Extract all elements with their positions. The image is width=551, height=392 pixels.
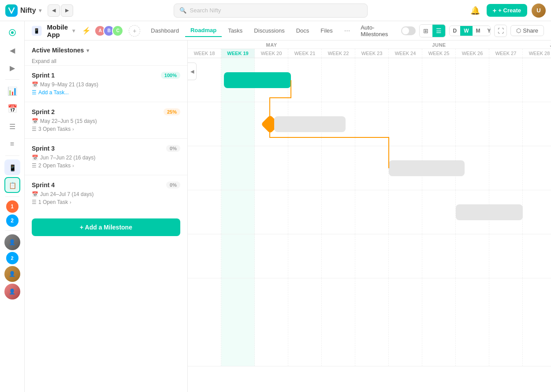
milestone-item-sprint2: Sprint 2 25% 📅 May 22–Jun 5 (15 days) ☰ …	[25, 102, 187, 138]
cell-r3-w21	[288, 146, 322, 190]
member-avatars: A B C	[94, 25, 123, 37]
forward-nav-icon[interactable]: ▶	[4, 60, 20, 76]
nifty-chevron[interactable]: ▾	[39, 7, 41, 14]
milestone-badge-sprint4: 0%	[166, 181, 180, 189]
main-layout: ◀ ▶ 📊 📅 ☰ ≡ 📱 📋 1 2 👤 2 👤 👤	[0, 21, 551, 392]
cell-r2-w23	[355, 102, 389, 146]
top-nav: Nifty ▾ ◀ ▶ 🔍 Search Nifty 🔔 + + Create …	[0, 0, 551, 21]
view-list-button[interactable]: ☰	[432, 25, 445, 37]
lightning-button[interactable]: ⚡	[82, 26, 91, 35]
cell-r4-w21	[288, 190, 322, 234]
nav-back-button[interactable]: ◀	[48, 4, 60, 17]
search-bar[interactable]: 🔍 Search Nifty	[174, 4, 368, 18]
project-thumb-active[interactable]: 📋	[4, 177, 20, 193]
user-avatar-sidebar-1[interactable]: 👤	[4, 234, 20, 250]
project-actions: ⚡ A B C +	[82, 25, 140, 37]
milestone-row-sprint4: Sprint 4 0%	[32, 181, 180, 189]
project-thumb-1[interactable]: 📱	[4, 159, 20, 175]
time-month-button[interactable]: M	[473, 26, 484, 36]
list-icon-btn-2[interactable]: ≡	[4, 136, 20, 152]
svg-point-1	[11, 31, 14, 34]
tab-more[interactable]: ···	[339, 24, 355, 37]
auto-milestones-toggle[interactable]	[401, 26, 415, 35]
back-nav-icon[interactable]: ◀	[4, 42, 20, 58]
badge-1[interactable]: 1	[6, 200, 19, 213]
milestone-row-sprint3: Sprint 3 0%	[32, 145, 180, 152]
milestone-date-sprint4: 📅 Jun 24–Jul 7 (14 days)	[32, 191, 180, 197]
cell-r1-w21	[288, 58, 322, 102]
nav-forward-button[interactable]: ▶	[61, 4, 73, 17]
cell-r3-w28	[523, 146, 551, 190]
member-avatar-3[interactable]: C	[112, 25, 123, 37]
nifty-logo[interactable]: Nifty ▾	[5, 4, 41, 17]
badge-sidebar-2[interactable]: 2	[6, 252, 19, 264]
cell-r4-w20	[255, 190, 288, 234]
milestone-item-sprint4: Sprint 4 0% 📅 Jun 24–Jul 7 (14 days) ☰ 1…	[25, 175, 187, 211]
milestone-tasks-sprint3[interactable]: ☰ 2 Open Tasks ›	[32, 163, 180, 169]
cell-r2-w27	[489, 102, 523, 146]
badge-2[interactable]: 2	[6, 214, 19, 227]
cell-r4-w25	[422, 190, 456, 234]
milestone-tasks-sprint4[interactable]: ☰ 1 Open Task ›	[32, 199, 180, 205]
milestone-tasks-sprint2[interactable]: ☰ 3 Open Tasks ›	[32, 126, 180, 132]
time-buttons: D W M Y	[449, 26, 491, 36]
calendar-icon-sprint3: 📅	[32, 155, 38, 161]
fullscreen-button[interactable]: ⛶	[494, 25, 507, 37]
milestones-panel: Active Milestones ▾ Expand all Sprint 1 …	[25, 41, 188, 392]
calendar-icon-sprint4: 📅	[32, 191, 38, 197]
tab-discussions[interactable]: Discussions	[249, 25, 290, 37]
cell-r4-w18	[188, 190, 221, 234]
calendar-icon-sprint2: 📅	[32, 118, 38, 124]
user-avatar-sidebar-3[interactable]: 👤	[4, 284, 20, 300]
tab-dashboard[interactable]: Dashboard	[145, 25, 184, 37]
home-icon-btn[interactable]	[4, 25, 20, 41]
gantt-bar-sprint3[interactable]	[389, 160, 465, 176]
add-milestone-button[interactable]: + Add a Milestone	[32, 218, 180, 236]
share-icon: ⬡	[516, 27, 521, 34]
milestone-name-sprint1: Sprint 1	[32, 72, 55, 79]
gantt-bar-sprint2[interactable]	[274, 116, 346, 132]
timeline-header: MAY WEEK 18 WEEK 19 WEEK 20 WEEK 21 WEEK…	[188, 41, 551, 58]
cell-r3-w23	[355, 146, 389, 190]
user-avatar-sidebar-2[interactable]: 👤	[4, 266, 20, 282]
cell-r3-w27	[489, 146, 523, 190]
tab-tasks[interactable]: Tasks	[223, 25, 248, 37]
project-name[interactable]: Mobile App ▾	[47, 23, 75, 38]
tab-docs[interactable]: Docs	[291, 25, 315, 37]
cell-r3-w19	[221, 146, 255, 190]
milestones-title: Active Milestones	[32, 47, 84, 54]
search-icon: 🔍	[179, 7, 186, 14]
toolbar: Auto-Milestones ⊞ ☰ D W M Y ⛶ ⬡ Share	[361, 24, 544, 37]
cell-r2-w24	[389, 102, 422, 146]
weeks-row-june: WEEK 23 WEEK 24 WEEK 25 WEEK 26 WEEK 27	[355, 49, 523, 58]
calendar-icon-btn[interactable]: 📅	[4, 101, 20, 117]
user-avatar-top[interactable]: U	[532, 4, 546, 18]
gantt-bar-sprint1[interactable]	[224, 72, 291, 88]
gantt-bar-sprint4[interactable]	[456, 204, 523, 220]
time-week-button[interactable]: W	[460, 26, 472, 36]
list-icon-btn-1[interactable]: ☰	[4, 118, 20, 134]
task-icon-sprint3: ☰	[32, 163, 37, 169]
tab-files[interactable]: Files	[315, 25, 338, 37]
timeline-area: ◀ MAY WEEK 18 WEEK 19 WEEK 20 WEEK 21 WE…	[188, 41, 551, 392]
add-member-button[interactable]: +	[129, 25, 140, 37]
time-year-button[interactable]: Y	[484, 26, 491, 36]
timeline-row-empty-2	[188, 278, 551, 366]
collapse-panel-button[interactable]: ◀	[188, 63, 197, 80]
cell-r2-w28	[523, 102, 551, 146]
time-day-button[interactable]: D	[450, 26, 461, 36]
notification-button[interactable]: 🔔	[468, 4, 482, 18]
view-grid-button[interactable]: ⊞	[420, 25, 432, 37]
expand-all[interactable]: Expand all	[25, 57, 187, 65]
create-button[interactable]: + + Create	[487, 4, 527, 17]
cell-r4-w22	[322, 190, 355, 234]
dashboard-icon-btn[interactable]: 📊	[4, 83, 20, 99]
milestone-tasks-sprint1[interactable]: ☰ Add a Task...	[32, 89, 180, 96]
milestone-item-sprint1: Sprint 1 100% 📅 May 9–May 21 (13 days) ☰…	[25, 65, 187, 102]
share-button[interactable]: ⬡ Share	[510, 25, 544, 36]
cell-r1-w24	[389, 58, 422, 102]
cell-r1-w25	[422, 58, 456, 102]
timeline-row-sprint2	[188, 102, 551, 146]
tab-roadmap[interactable]: Roadmap	[185, 24, 222, 37]
week-22: WEEK 22	[322, 49, 355, 58]
